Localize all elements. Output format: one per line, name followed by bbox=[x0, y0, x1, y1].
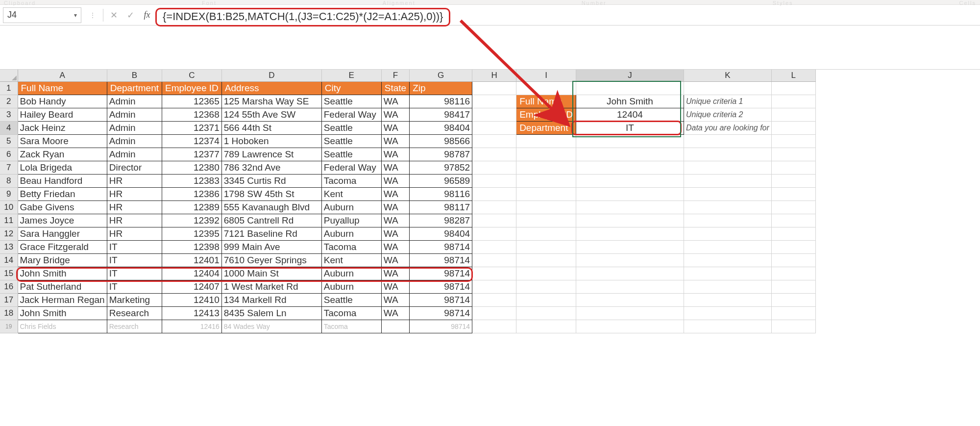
formula-text[interactable]: {=INDEX(B1:B25,MATCH(1,(J3=C1:C25)*(J2=A… bbox=[155, 8, 450, 26]
col-head-I[interactable]: I bbox=[516, 70, 576, 81]
cell[interactable]: HR bbox=[107, 187, 162, 200]
select-all-corner[interactable] bbox=[0, 70, 18, 81]
cell[interactable] bbox=[576, 320, 684, 333]
col-head-G[interactable]: G bbox=[410, 70, 472, 81]
cell[interactable] bbox=[516, 293, 576, 306]
cell[interactable]: Chris Fields bbox=[18, 320, 107, 333]
cell[interactable]: 12395 bbox=[162, 227, 221, 240]
cell[interactable] bbox=[771, 148, 815, 161]
cell[interactable]: Auburn bbox=[321, 200, 381, 214]
cell[interactable] bbox=[576, 148, 684, 161]
cell[interactable]: WA bbox=[381, 174, 409, 187]
cell[interactable]: Zack Ryan bbox=[18, 148, 107, 161]
cell[interactable]: Director bbox=[107, 161, 162, 174]
lookup-value-fullname[interactable]: John Smith bbox=[576, 95, 684, 108]
cell[interactable]: 98404 bbox=[410, 227, 472, 240]
cell[interactable] bbox=[576, 174, 684, 187]
cell[interactable]: 98714 bbox=[410, 293, 472, 306]
cell[interactable]: Federal Way bbox=[321, 161, 381, 174]
cell[interactable] bbox=[472, 280, 516, 293]
cell[interactable]: Jack Heinz bbox=[18, 121, 107, 134]
cell[interactable]: WA bbox=[381, 161, 409, 174]
cell[interactable] bbox=[576, 214, 684, 227]
cell[interactable] bbox=[472, 267, 516, 280]
cell[interactable] bbox=[576, 134, 684, 148]
cell[interactable]: 12389 bbox=[162, 200, 221, 214]
lookup-label-empid[interactable]: Employee ID bbox=[516, 108, 576, 121]
cell[interactable]: 786 32nd Ave bbox=[221, 161, 321, 174]
cell[interactable]: Tacoma bbox=[321, 320, 381, 333]
cell[interactable]: Admin bbox=[107, 134, 162, 148]
cell[interactable]: Gabe Givens bbox=[18, 200, 107, 214]
cell[interactable]: Seattle bbox=[321, 293, 381, 306]
row-head-8[interactable]: 8 bbox=[0, 174, 18, 187]
cell[interactable]: 98714 bbox=[410, 280, 472, 293]
cell[interactable]: 12374 bbox=[162, 134, 221, 148]
col-head-A[interactable]: A bbox=[18, 70, 107, 81]
cell[interactable] bbox=[684, 306, 771, 320]
cell[interactable] bbox=[771, 81, 815, 95]
row-head-3[interactable]: 3 bbox=[0, 108, 18, 121]
cell[interactable] bbox=[684, 293, 771, 306]
cell[interactable] bbox=[684, 227, 771, 240]
cell[interactable]: Admin bbox=[107, 108, 162, 121]
cell[interactable] bbox=[576, 306, 684, 320]
cell[interactable] bbox=[771, 320, 815, 333]
cell[interactable] bbox=[684, 214, 771, 227]
cell[interactable] bbox=[684, 280, 771, 293]
cell[interactable]: 98714 bbox=[410, 320, 472, 333]
cell[interactable] bbox=[771, 293, 815, 306]
cell[interactable]: 124 55th Ave SW bbox=[221, 108, 321, 121]
cell[interactable]: Seattle bbox=[321, 148, 381, 161]
cell[interactable]: WA bbox=[381, 121, 409, 134]
cell[interactable] bbox=[516, 320, 576, 333]
cell[interactable]: Research bbox=[107, 306, 162, 320]
cell[interactable]: Auburn bbox=[321, 280, 381, 293]
cell[interactable]: Tacoma bbox=[321, 240, 381, 253]
cell[interactable] bbox=[516, 161, 576, 174]
cell[interactable]: 1 Hoboken bbox=[221, 134, 321, 148]
cell[interactable]: 96589 bbox=[410, 174, 472, 187]
cell[interactable] bbox=[516, 134, 576, 148]
cell[interactable] bbox=[576, 253, 684, 267]
cell[interactable]: 12368 bbox=[162, 108, 221, 121]
row-head-18[interactable]: 18 bbox=[0, 306, 18, 320]
row-head-6[interactable]: 6 bbox=[0, 148, 18, 161]
row-head-1[interactable]: 1 bbox=[0, 81, 18, 95]
cell[interactable]: Kent bbox=[321, 187, 381, 200]
cell[interactable]: Marketing bbox=[107, 293, 162, 306]
cell[interactable]: 98116 bbox=[410, 95, 472, 108]
cell[interactable]: 1 West Market Rd bbox=[221, 280, 321, 293]
cell[interactable]: Mary Bridge bbox=[18, 253, 107, 267]
cell[interactable]: 12404 bbox=[162, 267, 221, 280]
cell[interactable]: Lola Brigeda bbox=[18, 161, 107, 174]
cell[interactable]: Puyallup bbox=[321, 214, 381, 227]
cell[interactable]: HR bbox=[107, 214, 162, 227]
col-head-F[interactable]: F bbox=[381, 70, 409, 81]
cell[interactable] bbox=[576, 280, 684, 293]
row-head-10[interactable]: 10 bbox=[0, 200, 18, 214]
cell[interactable] bbox=[472, 161, 516, 174]
cell[interactable]: Kent bbox=[321, 253, 381, 267]
cell[interactable]: 6805 Cantrell Rd bbox=[221, 214, 321, 227]
cell[interactable] bbox=[576, 240, 684, 253]
cell[interactable] bbox=[771, 161, 815, 174]
cell[interactable]: 134 Markell Rd bbox=[221, 293, 321, 306]
cell[interactable] bbox=[472, 240, 516, 253]
cell[interactable]: 12398 bbox=[162, 240, 221, 253]
cell[interactable] bbox=[576, 267, 684, 280]
cell[interactable] bbox=[516, 306, 576, 320]
cell[interactable] bbox=[684, 81, 771, 95]
header-fullname[interactable]: Full Name bbox=[18, 81, 107, 95]
header-empid[interactable]: Employee ID bbox=[162, 81, 221, 95]
cancel-icon[interactable]: ✕ bbox=[105, 7, 122, 23]
cell[interactable]: IT bbox=[107, 267, 162, 280]
cell[interactable]: 12401 bbox=[162, 253, 221, 267]
col-head-L[interactable]: L bbox=[771, 70, 815, 81]
cell[interactable]: Betty Friedan bbox=[18, 187, 107, 200]
enter-icon[interactable]: ✓ bbox=[122, 7, 139, 23]
cell[interactable] bbox=[472, 81, 516, 95]
cell[interactable]: 555 Kavanaugh Blvd bbox=[221, 200, 321, 214]
cell[interactable]: 125 Marsha Way SE bbox=[221, 95, 321, 108]
header-zip[interactable]: Zip bbox=[410, 81, 472, 95]
